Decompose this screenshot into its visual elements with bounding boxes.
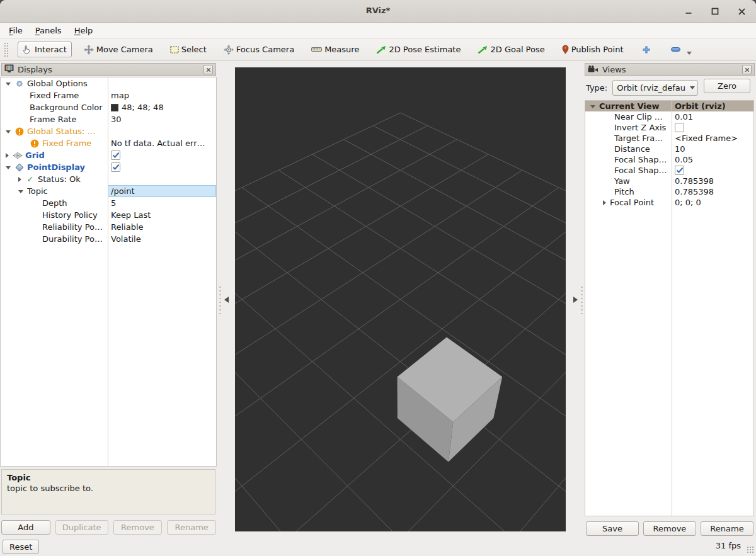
- chevron-down-icon[interactable]: [18, 190, 23, 193]
- chevron-right-icon[interactable]: [6, 153, 9, 158]
- column-divider[interactable]: [672, 101, 672, 516]
- property-value[interactable]: [108, 77, 216, 89]
- tree-row-focal-shap[interactable]: Focal Shap…0.05: [585, 154, 753, 165]
- tree-row-topic[interactable]: Topic/point: [1, 185, 216, 197]
- right-splitter[interactable]: [566, 67, 583, 531]
- property-value[interactable]: 5: [108, 197, 216, 209]
- tree-row-pitch[interactable]: Pitch0.785398: [585, 186, 753, 197]
- tree-row-fixed-frame[interactable]: Fixed FrameNo tf data. Actual err…: [1, 137, 216, 149]
- remove-button[interactable]: Remove: [643, 521, 696, 536]
- tree-row-grid[interactable]: Grid: [1, 149, 216, 161]
- tree-row-global-options[interactable]: Global Options: [1, 77, 216, 89]
- menu-panels[interactable]: Panels: [29, 24, 68, 37]
- column-divider[interactable]: [108, 77, 108, 466]
- tool-publish-point[interactable]: Publish Point: [557, 42, 629, 57]
- collapse-right-icon[interactable]: [573, 297, 578, 303]
- tree-row-yaw[interactable]: Yaw0.785398: [585, 176, 753, 186]
- menu-help[interactable]: Help: [68, 24, 100, 37]
- tool-move-camera[interactable]: Move Camera: [79, 42, 158, 58]
- tree-row-background-color[interactable]: Background Color48; 48; 48: [1, 101, 216, 113]
- reset-button[interactable]: Reset: [3, 540, 39, 554]
- maximize-icon[interactable]: [709, 6, 721, 17]
- view-type-combobox[interactable]: Orbit (rviz_defau: [612, 80, 698, 96]
- tree-row-reliability-po[interactable]: Reliability Po…Reliable: [1, 221, 216, 233]
- checkbox-checked[interactable]: [111, 162, 120, 172]
- add-button[interactable]: Add: [1, 520, 50, 535]
- tree-row-fixed-frame[interactable]: Fixed Framemap: [1, 89, 216, 101]
- property-value[interactable]: Reliable: [108, 221, 216, 233]
- tree-row-focal-point[interactable]: Focal Point0; 0; 0: [585, 197, 753, 208]
- property-value[interactable]: /point: [108, 185, 216, 197]
- remove-tool-button[interactable]: [666, 44, 685, 55]
- checkbox-unchecked[interactable]: [675, 123, 684, 132]
- chevron-right-icon[interactable]: [603, 200, 606, 205]
- rename-button[interactable]: Rename: [701, 521, 753, 536]
- displays-close-icon[interactable]: [203, 65, 213, 74]
- tree-row-invert-z-axis[interactable]: Invert Z Axis: [585, 122, 753, 133]
- tree-row-current-view[interactable]: Current ViewOrbit (rviz): [585, 101, 753, 111]
- property-value[interactable]: 30: [108, 113, 216, 125]
- minimize-icon[interactable]: [683, 6, 694, 17]
- resize-grip[interactable]: [747, 546, 754, 553]
- property-value[interactable]: 10: [672, 144, 753, 154]
- chevron-right-icon[interactable]: [18, 177, 21, 182]
- property-value[interactable]: [108, 161, 216, 173]
- tree-row-global-status[interactable]: Global Status: …: [1, 125, 216, 137]
- chevron-down-icon[interactable]: [6, 130, 11, 133]
- property-value[interactable]: 0; 0; 0: [672, 197, 753, 208]
- property-value[interactable]: Volatile: [108, 233, 216, 245]
- tree-row-target-fra[interactable]: Target Fra…<Fixed Frame>: [585, 133, 753, 144]
- toolbar-overflow-arrow-icon[interactable]: [687, 52, 692, 55]
- property-value[interactable]: [108, 125, 216, 137]
- tree-row-status-ok[interactable]: ✓Status: Ok: [1, 173, 216, 185]
- tree-row-durability-po[interactable]: Durability Po…Volatile: [1, 233, 216, 245]
- property-value[interactable]: [672, 122, 753, 133]
- add-tool-button[interactable]: [637, 42, 656, 57]
- chevron-down-icon[interactable]: [590, 105, 595, 108]
- tool-2d-goal-pose[interactable]: 2D Goal Pose: [472, 42, 549, 57]
- tool-interact[interactable]: Interact: [18, 42, 72, 57]
- remove-button[interactable]: Remove: [113, 520, 163, 535]
- tree-row-distance[interactable]: Distance10: [585, 144, 753, 154]
- checkbox-checked[interactable]: [675, 166, 684, 175]
- property-value[interactable]: No tf data. Actual err…: [108, 137, 216, 149]
- duplicate-button[interactable]: Duplicate: [55, 520, 108, 535]
- tool-focus-camera[interactable]: Focus Camera: [219, 42, 299, 58]
- tool-measure[interactable]: Measure: [306, 42, 364, 57]
- property-value[interactable]: 48; 48; 48: [108, 101, 216, 113]
- tool-select[interactable]: Select: [165, 42, 212, 57]
- property-value[interactable]: [108, 173, 216, 185]
- collapse-left-icon[interactable]: [224, 297, 229, 303]
- toolbar-drag-handle[interactable]: [4, 42, 8, 57]
- checkbox-checked[interactable]: [111, 150, 120, 160]
- tree-row-history-policy[interactable]: History PolicyKeep Last: [1, 209, 216, 221]
- property-value[interactable]: Orbit (rviz): [672, 101, 753, 111]
- left-splitter[interactable]: [217, 67, 235, 531]
- zero-button[interactable]: Zero: [704, 79, 750, 93]
- splitter-handle[interactable]: [219, 285, 222, 314]
- chevron-down-icon[interactable]: [6, 82, 11, 86]
- property-value[interactable]: map: [108, 89, 216, 101]
- render-viewport[interactable]: [235, 67, 566, 531]
- menu-file[interactable]: File: [3, 24, 29, 37]
- property-value[interactable]: 0.01: [672, 111, 753, 122]
- tree-row-focal-shap[interactable]: Focal Shap…: [585, 165, 753, 176]
- tree-row-pointdisplay[interactable]: PointDisplay: [1, 161, 216, 173]
- property-value[interactable]: Keep Last: [108, 209, 216, 221]
- property-value[interactable]: [672, 165, 753, 176]
- rename-button[interactable]: Rename: [167, 520, 216, 535]
- views-close-icon[interactable]: [742, 65, 752, 74]
- view-type-value: Orbit (rviz_defau: [617, 83, 689, 93]
- save-button[interactable]: Save: [586, 521, 639, 536]
- chevron-down-icon[interactable]: [6, 166, 11, 169]
- property-value[interactable]: 0.785398: [672, 176, 753, 186]
- property-value[interactable]: <Fixed Frame>: [672, 133, 753, 144]
- tree-row-near-clip[interactable]: Near Clip …0.01: [585, 111, 753, 122]
- property-value[interactable]: 0.05: [672, 154, 753, 165]
- property-value[interactable]: 0.785398: [672, 186, 753, 197]
- property-value[interactable]: [108, 149, 216, 161]
- tool-2d-pose-estimate[interactable]: 2D Pose Estimate: [371, 42, 466, 57]
- tree-row-depth[interactable]: Depth5: [1, 197, 216, 209]
- close-icon[interactable]: [736, 6, 747, 17]
- tree-row-frame-rate[interactable]: Frame Rate30: [1, 113, 216, 125]
